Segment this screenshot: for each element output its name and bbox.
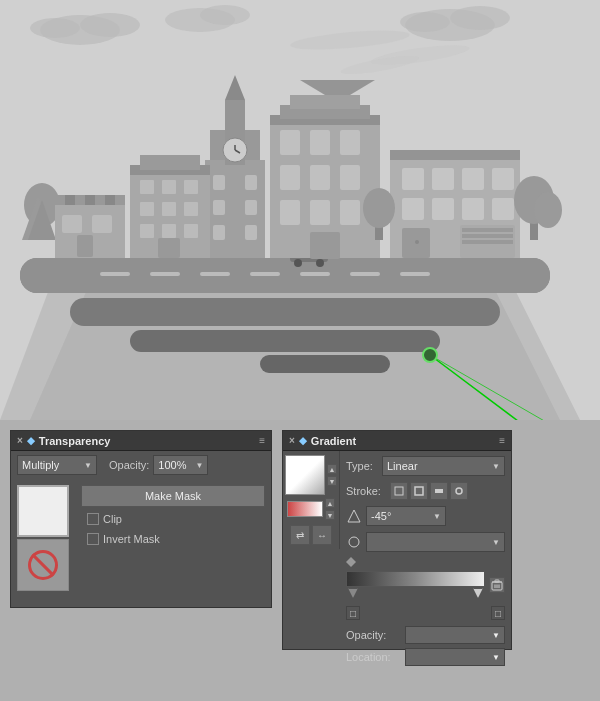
svg-point-8 bbox=[400, 12, 450, 32]
svg-rect-22 bbox=[250, 272, 280, 276]
gradient-bar-section bbox=[340, 569, 511, 606]
stroke-btn-4[interactable] bbox=[450, 482, 468, 500]
gradient-menu-btn[interactable]: ≡ bbox=[499, 435, 505, 446]
angle-dropdown[interactable]: -45° ▼ bbox=[366, 506, 446, 526]
svg-rect-38 bbox=[95, 195, 105, 205]
svg-rect-72 bbox=[290, 95, 360, 109]
svg-marker-116 bbox=[346, 557, 356, 567]
aspect-dropdown[interactable]: ▼ bbox=[366, 532, 505, 552]
svg-rect-79 bbox=[340, 165, 360, 190]
gradient-controls-section: Type: Linear ▼ Stroke: bbox=[340, 451, 511, 670]
opacity-arrow: ▼ bbox=[195, 461, 203, 470]
reverse-icon-btn[interactable]: ↔ bbox=[312, 525, 332, 545]
invert-mask-checkbox[interactable] bbox=[87, 533, 99, 545]
blend-mode-value: Multiply bbox=[22, 459, 59, 471]
svg-rect-54 bbox=[213, 225, 225, 240]
add-stop-row: □ □ bbox=[340, 606, 511, 624]
svg-rect-50 bbox=[213, 175, 225, 190]
opacity-value: 100% bbox=[158, 459, 186, 471]
svg-rect-63 bbox=[162, 202, 176, 216]
svg-rect-75 bbox=[310, 130, 330, 155]
svg-rect-39 bbox=[115, 195, 125, 205]
clip-checkbox[interactable] bbox=[87, 513, 99, 525]
svg-rect-36 bbox=[55, 195, 65, 205]
gradient-location-dropdown[interactable]: ▼ bbox=[405, 648, 505, 666]
svg-point-28 bbox=[294, 259, 302, 267]
panels-area: × ◆ Transparency ≡ Multiply ▼ Opacity: 1… bbox=[0, 420, 600, 701]
aspect-arrow: ▼ bbox=[492, 538, 500, 547]
svg-rect-15 bbox=[70, 298, 500, 326]
transparency-menu-btn[interactable]: ≡ bbox=[259, 435, 265, 446]
svg-rect-82 bbox=[340, 200, 360, 225]
gradient-opacity-dropdown-arrow: ▼ bbox=[492, 631, 500, 640]
type-row: Type: Linear ▼ bbox=[340, 453, 511, 479]
make-mask-button[interactable]: Make Mask bbox=[81, 485, 265, 507]
svg-rect-67 bbox=[184, 224, 198, 238]
angle-value: -45° bbox=[371, 510, 391, 522]
blend-mode-dropdown[interactable]: Multiply ▼ bbox=[17, 455, 97, 475]
exchange-icons-row: ⇄ ↔ bbox=[290, 525, 332, 545]
svg-rect-25 bbox=[400, 272, 430, 276]
layer-thumbnail[interactable] bbox=[17, 485, 69, 537]
add-stop-left-btn[interactable]: □ bbox=[346, 606, 360, 620]
svg-rect-16 bbox=[130, 330, 440, 352]
svg-rect-20 bbox=[150, 272, 180, 276]
svg-rect-66 bbox=[162, 224, 176, 238]
preview2-up-arrow[interactable]: ▲ bbox=[325, 498, 335, 508]
gradient-panel-title-group: × ◆ Gradient bbox=[289, 435, 356, 447]
svg-point-2 bbox=[80, 13, 140, 37]
svg-rect-42 bbox=[77, 235, 93, 257]
gradient-stop-right[interactable] bbox=[473, 588, 483, 598]
preview-down-arrow[interactable]: ▼ bbox=[327, 476, 337, 486]
opacity-label: Opacity: bbox=[109, 459, 149, 471]
type-arrow: ▼ bbox=[492, 462, 500, 471]
svg-rect-97 bbox=[462, 240, 513, 244]
svg-point-7 bbox=[450, 6, 510, 30]
svg-rect-18 bbox=[20, 258, 550, 293]
svg-rect-89 bbox=[492, 168, 514, 190]
preview2-down-arrow[interactable]: ▼ bbox=[325, 510, 335, 520]
svg-rect-111 bbox=[415, 487, 423, 495]
mask-thumbnail[interactable] bbox=[17, 539, 69, 591]
svg-rect-64 bbox=[184, 202, 198, 216]
svg-rect-99 bbox=[415, 240, 419, 244]
gradient-location-row: Location: ▼ bbox=[340, 646, 511, 668]
gradient-preview-small[interactable] bbox=[287, 501, 323, 517]
gradient-diamond-icon: ◆ bbox=[299, 435, 307, 446]
svg-rect-74 bbox=[280, 130, 300, 155]
opacity-dropdown[interactable]: 100% ▼ bbox=[153, 455, 208, 475]
angle-row: -45° ▼ bbox=[340, 503, 511, 529]
gradient-opacity-dropdown[interactable]: ▼ bbox=[405, 626, 505, 644]
svg-rect-92 bbox=[462, 198, 484, 220]
gradient-preview-large[interactable] bbox=[285, 455, 325, 495]
stroke-btn-3[interactable] bbox=[430, 482, 448, 500]
gradient-panel-close[interactable]: × bbox=[289, 435, 295, 446]
svg-rect-76 bbox=[340, 130, 360, 155]
svg-rect-53 bbox=[245, 200, 257, 215]
blend-opacity-row: Multiply ▼ Opacity: 100% ▼ bbox=[11, 451, 271, 479]
gradient-preview-small-row: ▲ ▼ bbox=[287, 498, 335, 520]
gradient-stop-left[interactable] bbox=[348, 588, 358, 598]
gradient-location-label: Location: bbox=[346, 651, 401, 663]
type-label: Type: bbox=[346, 460, 378, 472]
stop-spacer bbox=[364, 612, 487, 614]
svg-rect-65 bbox=[140, 224, 154, 238]
svg-rect-19 bbox=[100, 272, 130, 276]
add-stop-right-btn[interactable]: □ bbox=[491, 606, 505, 620]
gradient-bar[interactable] bbox=[346, 571, 485, 587]
transparency-panel-close[interactable]: × bbox=[17, 435, 23, 446]
svg-rect-58 bbox=[140, 155, 200, 170]
stroke-btn-1[interactable] bbox=[390, 482, 408, 500]
stroke-btn-2[interactable] bbox=[410, 482, 428, 500]
swap-icon-btn[interactable]: ⇄ bbox=[290, 525, 310, 545]
delete-stop-btn[interactable] bbox=[489, 577, 505, 593]
svg-rect-68 bbox=[158, 238, 180, 258]
clip-label: Clip bbox=[103, 513, 122, 525]
gradient-panel-header: × ◆ Gradient ≡ bbox=[283, 431, 511, 451]
svg-rect-80 bbox=[280, 200, 300, 225]
type-dropdown[interactable]: Linear ▼ bbox=[382, 456, 505, 476]
svg-rect-21 bbox=[200, 272, 230, 276]
gradient-opacity-label: Opacity: bbox=[346, 629, 401, 641]
svg-rect-62 bbox=[140, 202, 154, 216]
preview-up-arrow[interactable]: ▲ bbox=[327, 464, 337, 474]
